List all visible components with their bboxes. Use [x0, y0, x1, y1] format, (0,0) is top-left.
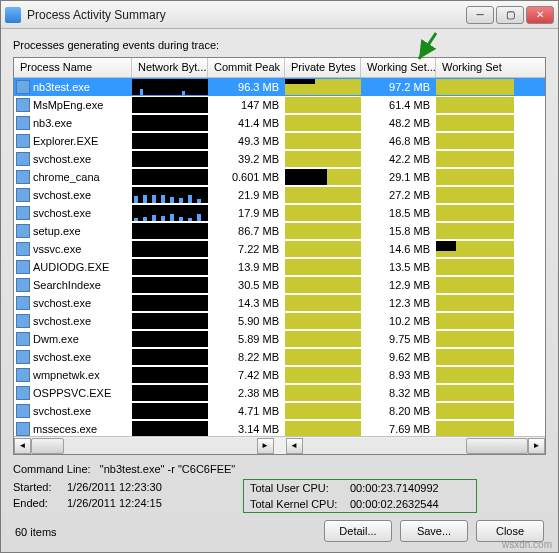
table-row[interactable]: svchost.exe8.22 MB9.62 MB [14, 348, 545, 366]
network-sparkline [132, 79, 208, 95]
detail-button[interactable]: Detail... [324, 520, 392, 542]
commit-peak-value: 3.14 MB [208, 420, 285, 436]
scroll-thumb-left[interactable] [31, 438, 64, 454]
working-set-value: 18.5 MB [361, 204, 436, 222]
table-row[interactable]: Dwm.exe5.89 MB9.75 MB [14, 330, 545, 348]
commit-peak-value: 41.4 MB [208, 114, 285, 132]
table-row[interactable]: nb3test.exe96.3 MB97.2 MB [14, 78, 545, 96]
col-working-set[interactable]: Working Set [436, 58, 514, 77]
working-set-value: 13.5 MB [361, 258, 436, 276]
table-row[interactable]: svchost.exe14.3 MB12.3 MB [14, 294, 545, 312]
working-set-value: 27.2 MB [361, 186, 436, 204]
process-name: svchost.exe [33, 351, 91, 363]
network-sparkline [132, 115, 208, 131]
process-name: nb3.exe [33, 117, 72, 129]
commit-peak-value: 86.7 MB [208, 222, 285, 240]
network-sparkline [132, 277, 208, 293]
footer: Command Line: "nb3test.exe" -r "C6C6FEE"… [13, 463, 546, 513]
table-row[interactable]: MsMpEng.exe147 MB61.4 MB [14, 96, 545, 114]
scroll-thumb-right[interactable] [466, 438, 528, 454]
working-set-value: 8.20 MB [361, 402, 436, 420]
window-controls: ─ ▢ ✕ [466, 6, 554, 24]
network-sparkline [132, 97, 208, 113]
private-bytes-sparkline [285, 295, 361, 311]
app-icon [5, 7, 21, 23]
working-set-value: 10.2 MB [361, 312, 436, 330]
commit-peak-value: 30.5 MB [208, 276, 285, 294]
scroll-left-button[interactable]: ◄ [14, 438, 31, 454]
table-row[interactable]: wmpnetwk.ex7.42 MB8.93 MB [14, 366, 545, 384]
table-row[interactable]: SearchIndexe30.5 MB12.9 MB [14, 276, 545, 294]
scroll-track-left[interactable] [31, 438, 257, 454]
table-row[interactable]: vssvc.exe7.22 MB14.6 MB [14, 240, 545, 258]
cpu-stats-box: Total User CPU: 00:00:23.7140992 Total K… [243, 479, 477, 513]
working-set-sparkline [436, 241, 514, 257]
table-row[interactable]: Explorer.EXE49.3 MB46.8 MB [14, 132, 545, 150]
process-name: svchost.exe [33, 189, 91, 201]
scroll-right-button-1[interactable]: ► [257, 438, 274, 454]
table-row[interactable]: svchost.exe4.71 MB8.20 MB [14, 402, 545, 420]
private-bytes-sparkline [285, 151, 361, 167]
process-icon [16, 242, 30, 256]
commit-peak-value: 4.71 MB [208, 402, 285, 420]
minimize-button[interactable]: ─ [466, 6, 494, 24]
commit-peak-value: 39.2 MB [208, 150, 285, 168]
table-row[interactable]: chrome_cana0.601 MB29.1 MB [14, 168, 545, 186]
process-name: Explorer.EXE [33, 135, 98, 147]
table-row[interactable]: svchost.exe17.9 MB18.5 MB [14, 204, 545, 222]
content-area: Processes generating events during trace… [1, 29, 558, 521]
working-set-value: 46.8 MB [361, 132, 436, 150]
col-working-set-history[interactable]: Working Set... [361, 58, 436, 77]
table-row[interactable]: nb3.exe41.4 MB48.2 MB [14, 114, 545, 132]
working-set-value: 12.3 MB [361, 294, 436, 312]
private-bytes-sparkline [285, 187, 361, 203]
scroll-right-button-2[interactable]: ► [528, 438, 545, 454]
item-count: 60 items [15, 526, 57, 538]
col-network-bytes[interactable]: Network Byt... [132, 58, 208, 77]
subtitle-label: Processes generating events during trace… [13, 39, 546, 51]
network-sparkline [132, 151, 208, 167]
working-set-sparkline [436, 295, 514, 311]
table-row[interactable]: svchost.exe21.9 MB27.2 MB [14, 186, 545, 204]
network-sparkline [132, 421, 208, 436]
process-icon [16, 404, 30, 418]
table-row[interactable]: msseces.exe3.14 MB7.69 MB [14, 420, 545, 436]
h-scrollbar[interactable]: ◄ ► ◄ ► [14, 436, 545, 454]
commit-peak-value: 8.22 MB [208, 348, 285, 366]
process-name: svchost.exe [33, 315, 91, 327]
titlebar[interactable]: Process Activity Summary ─ ▢ ✕ [1, 1, 558, 29]
table-row[interactable]: svchost.exe5.90 MB10.2 MB [14, 312, 545, 330]
table-row[interactable]: svchost.exe39.2 MB42.2 MB [14, 150, 545, 168]
private-bytes-sparkline [285, 241, 361, 257]
maximize-button[interactable]: ▢ [496, 6, 524, 24]
col-private-bytes[interactable]: Private Bytes [285, 58, 361, 77]
process-name: SearchIndexe [33, 279, 101, 291]
private-bytes-sparkline [285, 367, 361, 383]
process-name: svchost.exe [33, 153, 91, 165]
network-sparkline [132, 295, 208, 311]
commit-peak-value: 49.3 MB [208, 132, 285, 150]
scroll-left-button-2[interactable]: ◄ [286, 438, 303, 454]
network-sparkline [132, 259, 208, 275]
process-name: svchost.exe [33, 405, 91, 417]
working-set-value: 12.9 MB [361, 276, 436, 294]
process-icon [16, 206, 30, 220]
table-body: nb3test.exe96.3 MB97.2 MBMsMpEng.exe147 … [14, 78, 545, 436]
working-set-sparkline [436, 205, 514, 221]
save-button[interactable]: Save... [400, 520, 468, 542]
table-row[interactable]: AUDIODG.EXE13.9 MB13.5 MB [14, 258, 545, 276]
scroll-track-right[interactable] [303, 438, 529, 454]
total-kernel-cpu-label: Total Kernel CPU: [250, 498, 350, 510]
process-name: OSPPSVC.EXE [33, 387, 111, 399]
col-process-name[interactable]: Process Name [14, 58, 132, 77]
working-set-sparkline [436, 331, 514, 347]
col-commit-peak[interactable]: Commit Peak [208, 58, 285, 77]
working-set-value: 61.4 MB [361, 96, 436, 114]
network-sparkline [132, 169, 208, 185]
table-header: Process Name Network Byt... Commit Peak … [14, 58, 545, 78]
table-row[interactable]: OSPPSVC.EXE2.38 MB8.32 MB [14, 384, 545, 402]
table-row[interactable]: setup.exe86.7 MB15.8 MB [14, 222, 545, 240]
process-name: vssvc.exe [33, 243, 81, 255]
working-set-sparkline [436, 79, 514, 95]
close-button[interactable]: ✕ [526, 6, 554, 24]
